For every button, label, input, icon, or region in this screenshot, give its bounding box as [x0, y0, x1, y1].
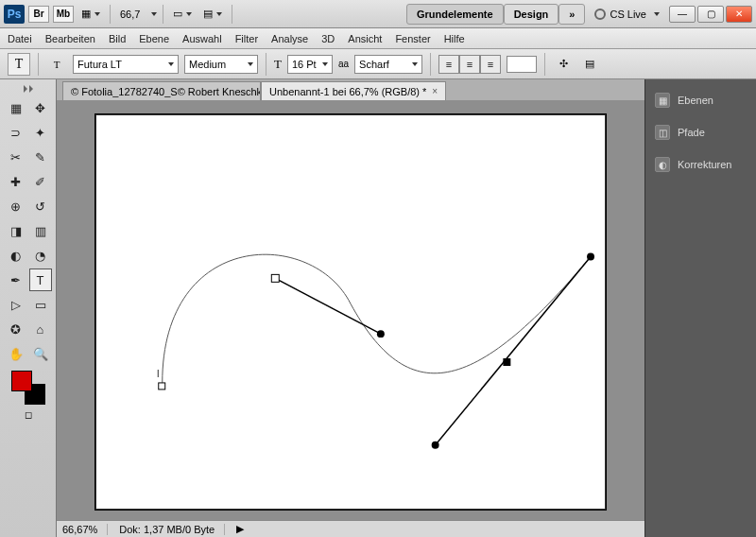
panel-pfade[interactable]: ◫ Pfade — [645, 121, 756, 144]
zoom-level[interactable]: 66,7 — [116, 9, 144, 20]
document-tabs: © Fotolia_12782740_S© Robert Kneschke - … — [57, 79, 644, 100]
workspace-tab-design[interactable]: Design — [504, 4, 559, 25]
type-tool[interactable]: T — [29, 268, 52, 291]
bridge-button[interactable]: Br — [28, 6, 49, 23]
font-weight-combo[interactable]: Medium — [184, 55, 258, 74]
cs-live-label: CS Live — [610, 9, 646, 20]
stamp-tool[interactable]: ⊕ — [5, 195, 27, 217]
extras-button[interactable]: ▤ — [199, 5, 226, 24]
fontsize-icon: T — [274, 57, 282, 72]
3d-tool[interactable]: ✪ — [5, 318, 27, 340]
menu-ebene[interactable]: Ebene — [139, 33, 169, 44]
blur-tool[interactable]: ◐ — [5, 244, 27, 267]
font-size-combo[interactable]: 16 Pt — [287, 55, 333, 74]
svg-rect-2 — [271, 274, 279, 282]
pen-tool[interactable]: ✒ — [5, 268, 27, 291]
menu-bar: Datei Bearbeiten Bild Ebene Auswahl Filt… — [0, 28, 756, 49]
panel-label: Korrekturen — [678, 159, 731, 170]
workspace-more[interactable]: » — [558, 4, 585, 25]
path-select-tool[interactable]: ▷ — [5, 293, 27, 316]
character-panel-button[interactable]: ▤ — [579, 55, 600, 74]
antialias-icon: aa — [338, 59, 349, 69]
workspace-tab-grundelemente[interactable]: Grundelemente — [406, 4, 504, 25]
separator — [163, 5, 163, 24]
brush-tool[interactable]: ✐ — [29, 170, 52, 193]
zoom-tool[interactable]: 🔍 — [29, 342, 52, 365]
toolbox-collapse-icon[interactable] — [18, 85, 39, 93]
work-area: ▦ ✥ ⊃ ✦ ✂ ✎ ✚ ✐ ⊕ ↺ ◨ ▥ ◐ ◔ ✒ T ▷ ▭ ✪ ⌂ … — [0, 79, 756, 537]
menu-hilfe[interactable]: Hilfe — [444, 33, 465, 44]
canvas[interactable]: I — [95, 114, 606, 510]
menu-bearbeiten[interactable]: Bearbeiten — [45, 33, 95, 44]
marquee-tool[interactable]: ▦ — [5, 96, 27, 119]
cslive-ring-icon — [594, 9, 606, 20]
minibridge-button[interactable]: Mb — [53, 6, 74, 23]
document-tab[interactable]: Unbenannt-1 bei 66,7% (RGB/8) *× — [261, 81, 446, 100]
panel-korrekturen[interactable]: ◐ Korrekturen — [645, 153, 756, 176]
status-zoom[interactable]: 66,67% — [62, 524, 108, 535]
menu-bild[interactable]: Bild — [109, 33, 126, 44]
svg-point-6 — [587, 252, 594, 260]
crop-tool[interactable]: ✂ — [5, 146, 27, 168]
menu-datei[interactable]: Datei — [8, 33, 32, 44]
quickmask-button[interactable]: ◻ — [18, 405, 39, 424]
antialias-combo[interactable]: Scharf — [354, 55, 422, 74]
panel-label: Pfade — [678, 127, 705, 138]
screenmode-button[interactable]: ▦ — [77, 5, 104, 24]
3dcamera-tool[interactable]: ⌂ — [29, 318, 52, 340]
close-button[interactable]: ✕ — [726, 6, 752, 23]
separator — [430, 53, 431, 76]
panel-ebenen[interactable]: ▦ Ebenen — [645, 89, 756, 112]
status-arrow-icon[interactable]: ▶ — [236, 523, 244, 535]
foreground-color-swatch[interactable] — [11, 371, 32, 391]
menu-3d[interactable]: 3D — [321, 33, 335, 44]
align-center-button[interactable]: ≡ — [459, 55, 480, 74]
align-right-button[interactable]: ≡ — [480, 55, 501, 74]
history-brush-tool[interactable]: ↺ — [29, 195, 52, 217]
document-area: © Fotolia_12782740_S© Robert Kneschke - … — [57, 79, 644, 537]
eyedropper-tool[interactable]: ✎ — [29, 146, 52, 168]
current-tool-icon[interactable]: T — [8, 53, 30, 76]
panel-dock: ▦ Ebenen ◫ Pfade ◐ Korrekturen — [644, 79, 756, 537]
menu-analyse[interactable]: Analyse — [271, 33, 308, 44]
text-orientation-button[interactable]: T — [46, 55, 67, 74]
text-color-swatch[interactable] — [507, 56, 537, 73]
text-align-group: ≡ ≡ ≡ — [438, 55, 501, 74]
warp-text-button[interactable]: ✣ — [553, 55, 574, 74]
eraser-tool[interactable]: ◨ — [5, 219, 27, 242]
maximize-button[interactable]: ▢ — [697, 6, 724, 23]
color-picker[interactable] — [11, 371, 45, 405]
lasso-tool[interactable]: ⊃ — [5, 121, 27, 144]
minimize-button[interactable]: — — [669, 6, 696, 23]
shape-tool[interactable]: ▭ — [29, 293, 52, 316]
menu-auswahl[interactable]: Auswahl — [182, 33, 222, 44]
menu-filter[interactable]: Filter — [235, 33, 258, 44]
gradient-tool[interactable]: ▥ — [29, 219, 52, 242]
dodge-tool[interactable]: ◔ — [29, 244, 52, 267]
font-family-combo[interactable]: Futura LT — [73, 55, 179, 74]
arrange-button[interactable]: ▭ — [169, 5, 196, 24]
chevron-down-icon — [654, 12, 660, 16]
status-bar: 66,67% Dok: 1,37 MB/0 Byte ▶ — [57, 520, 644, 537]
cs-live[interactable]: CS Live — [594, 9, 660, 20]
magicwand-tool[interactable]: ✦ — [29, 121, 52, 144]
separator — [38, 53, 39, 76]
chevron-down-icon — [322, 62, 328, 66]
text-cursor-icon: I — [157, 368, 160, 379]
paths-icon: ◫ — [655, 125, 670, 140]
hand-tool[interactable]: ✋ — [5, 342, 27, 365]
move-tool[interactable]: ✥ — [29, 96, 52, 119]
svg-point-3 — [377, 330, 385, 338]
menu-fenster[interactable]: Fenster — [395, 33, 430, 44]
toolbox: ▦ ✥ ⊃ ✦ ✂ ✎ ✚ ✐ ⊕ ↺ ◨ ▥ ◐ ◔ ✒ T ▷ ▭ ✪ ⌂ … — [0, 79, 57, 537]
separator — [266, 53, 266, 76]
document-tab[interactable]: © Fotolia_12782740_S© Robert Kneschke - … — [62, 81, 261, 100]
tool-grid: ▦ ✥ ⊃ ✦ ✂ ✎ ✚ ✐ ⊕ ↺ ◨ ▥ ◐ ◔ ✒ T ▷ ▭ ✪ ⌂ … — [5, 96, 52, 365]
healing-tool[interactable]: ✚ — [5, 170, 27, 193]
menu-ansicht[interactable]: Ansicht — [348, 33, 382, 44]
align-left-button[interactable]: ≡ — [438, 55, 459, 74]
close-icon[interactable]: × — [432, 86, 438, 96]
status-docinfo[interactable]: Dok: 1,37 MB/0 Byte — [119, 524, 225, 535]
canvas-viewport[interactable]: I — [57, 100, 644, 520]
zoom-dropdown-icon[interactable] — [151, 12, 157, 16]
